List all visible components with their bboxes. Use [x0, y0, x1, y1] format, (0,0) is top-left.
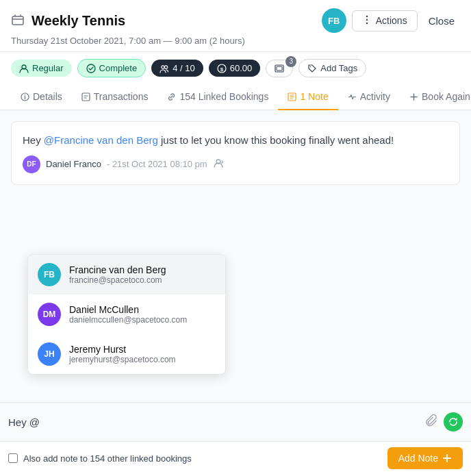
- content-area: Hey @Francine van den Berg just to let y…: [0, 110, 471, 402]
- regular-badge[interactable]: Regular: [11, 60, 72, 77]
- window-icon: [11, 14, 25, 27]
- dropdown-item-fb[interactable]: FB Francine van den Berg francine@spacet…: [28, 255, 225, 295]
- svg-point-5: [87, 64, 95, 73]
- dots-icon: [362, 15, 372, 27]
- modal-container: Weekly Tennis FB Actions Close Thursday …: [0, 0, 471, 476]
- tab-linked-bookings-label: 154 Linked Bookings: [179, 91, 268, 102]
- svg-rect-11: [277, 66, 282, 71]
- svg-rect-0: [12, 16, 23, 25]
- tab-transactions-label: Transactions: [94, 91, 149, 102]
- actions-button[interactable]: Actions: [352, 10, 418, 32]
- images-count: 3: [285, 56, 296, 67]
- dropdown-item-jh[interactable]: JH Jeremy Hurst jeremyhurst@spacetoco.co…: [28, 334, 225, 374]
- note-mention: @Francine van den Berg: [44, 134, 158, 146]
- complete-badge[interactable]: Complete: [77, 59, 147, 77]
- also-add-note-checkbox[interactable]: [8, 453, 18, 463]
- tab-book-again-label: Book Again: [422, 91, 470, 102]
- tab-note-label: 1 Note: [300, 91, 328, 102]
- note-suffix: just to let you know this booking finall…: [158, 134, 394, 146]
- title-group: Weekly Tennis: [11, 13, 125, 29]
- assign-icon[interactable]: [213, 158, 224, 171]
- tabs-row: Details Transactions 154 Linked Bookings…: [0, 84, 471, 110]
- also-add-note-text: Also add note to 154 other linked bookin…: [23, 453, 192, 464]
- dropdown-avatar-fb: FB: [38, 263, 61, 286]
- note-prefix: Hey: [23, 134, 44, 146]
- badges-row: Regular Complete 4 / 10 $ 60.00 3 Add Ta…: [0, 52, 471, 84]
- svg-point-6: [162, 65, 164, 68]
- note-author: Daniel Franco: [46, 159, 101, 169]
- svg-text:$: $: [220, 66, 223, 72]
- tab-linked-bookings[interactable]: 154 Linked Bookings: [157, 84, 278, 110]
- tab-book-again[interactable]: Book Again: [400, 84, 471, 110]
- svg-point-12: [310, 66, 311, 67]
- mention-dropdown: FB Francine van den Berg francine@spacet…: [27, 254, 226, 375]
- images-badge[interactable]: 3: [266, 60, 293, 77]
- compose-area: Hey @: [0, 402, 471, 441]
- actions-label: Actions: [376, 15, 407, 26]
- subtitle: Thursday 21st October 2021, 7:00 am — 9:…: [11, 36, 460, 46]
- coins-badge[interactable]: $ 60.00: [209, 60, 261, 77]
- author-avatar: DF: [23, 155, 40, 173]
- close-button[interactable]: Close: [423, 11, 460, 31]
- dropdown-avatar-dm: DM: [38, 303, 61, 326]
- dropdown-email-jh: jeremyhurst@spacetoco.com: [69, 355, 176, 364]
- tab-details[interactable]: Details: [11, 84, 72, 110]
- dropdown-name-jh: Jeremy Hurst: [69, 344, 176, 355]
- add-note-button[interactable]: Add Note: [387, 447, 463, 469]
- svg-rect-14: [82, 93, 90, 101]
- note-date: - 21st Oct 2021 08:10 pm: [107, 159, 207, 169]
- avatar: FB: [322, 8, 346, 33]
- tab-details-label: Details: [33, 91, 62, 102]
- dropdown-item-dm[interactable]: DM Daniel McCullen danielmccullen@spacet…: [28, 295, 225, 334]
- svg-point-3: [366, 22, 368, 23]
- add-tags-badge[interactable]: Add Tags: [298, 59, 366, 77]
- dropdown-avatar-jh: JH: [38, 342, 61, 366]
- svg-point-2: [366, 18, 368, 20]
- svg-point-7: [164, 65, 167, 68]
- people-badge[interactable]: 4 / 10: [151, 60, 203, 77]
- tab-note[interactable]: 1 Note: [278, 84, 338, 110]
- page-title: Weekly Tennis: [31, 13, 125, 29]
- dropdown-email-dm: danielmccullen@spacetoco.com: [69, 315, 187, 325]
- tab-activity-label: Activity: [360, 91, 390, 102]
- note-card: Hey @Francine van den Berg just to let y…: [11, 121, 460, 185]
- svg-point-1: [366, 15, 368, 16]
- compose-text[interactable]: Hey @: [8, 414, 420, 431]
- compose-top: Hey @: [8, 408, 463, 436]
- tab-transactions[interactable]: Transactions: [72, 84, 158, 110]
- also-add-note-label[interactable]: Also add note to 154 other linked bookin…: [8, 453, 192, 464]
- tab-activity[interactable]: Activity: [338, 84, 400, 110]
- compose-footer: Also add note to 154 other linked bookin…: [0, 441, 471, 476]
- dropdown-name-fb: Francine van den Berg: [69, 264, 166, 275]
- attachment-icon[interactable]: [426, 414, 438, 430]
- dropdown-name-dm: Daniel McCullen: [69, 304, 187, 315]
- note-text: Hey @Francine van den Berg just to let y…: [23, 133, 448, 149]
- refresh-icon[interactable]: [444, 412, 463, 431]
- compose-actions: [426, 412, 463, 431]
- header-actions: FB Actions Close: [322, 8, 460, 33]
- note-meta: DF Daniel Franco - 21st Oct 2021 08:10 p…: [23, 155, 448, 173]
- dropdown-email-fb: francine@spacetoco.com: [69, 275, 166, 285]
- modal-header: Weekly Tennis FB Actions Close Thursday …: [0, 0, 471, 52]
